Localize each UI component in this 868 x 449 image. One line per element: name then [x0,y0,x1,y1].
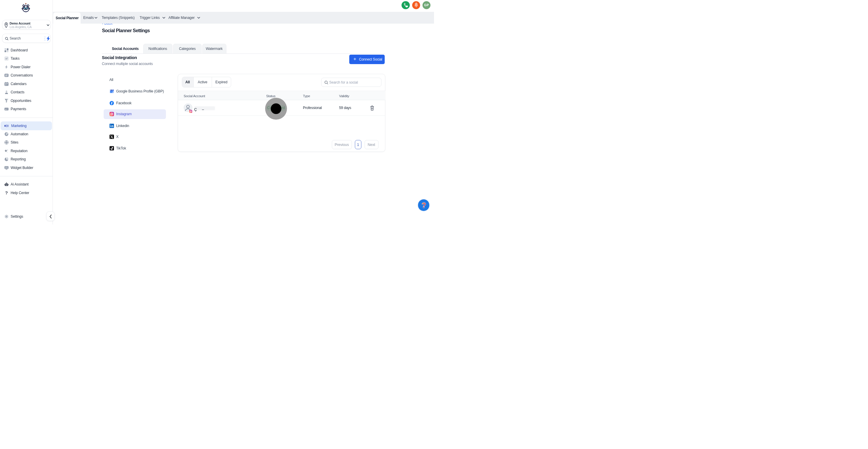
svg-text:?: ? [422,201,426,209]
svg-text:G: G [112,92,113,93]
svg-text:?: ? [5,191,8,195]
